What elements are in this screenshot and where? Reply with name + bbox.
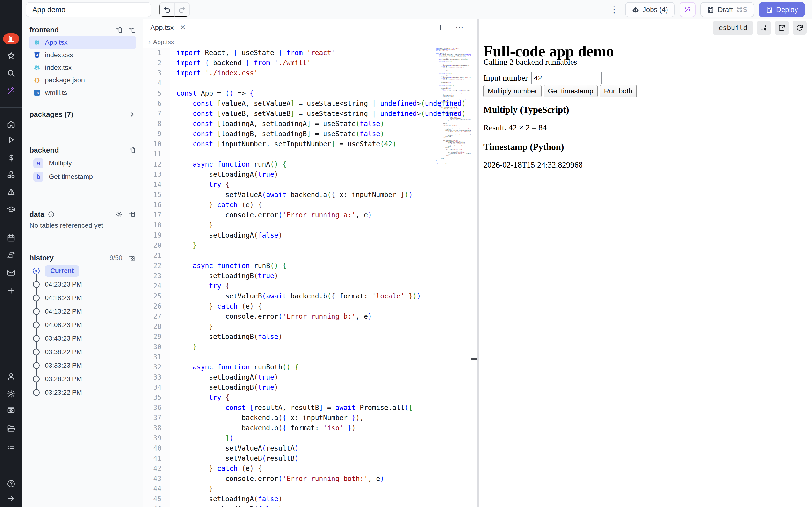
code-line[interactable]: 34 setLoadingB(true) <box>143 382 471 393</box>
file-index-css[interactable]: 3index.css <box>29 49 136 61</box>
add-frontend-file-button[interactable] <box>115 26 122 33</box>
rail-calendar-button[interactable] <box>0 229 22 247</box>
panel-resize-handle[interactable] <box>471 358 477 360</box>
code-line[interactable]: 24 try { <box>143 281 471 291</box>
code-line[interactable]: 46 setLoadingB(false) <box>143 504 471 507</box>
code-line[interactable]: 14 try { <box>143 180 471 190</box>
add-table-button[interactable] <box>129 211 135 218</box>
editor-scroll-gutter[interactable] <box>471 19 477 507</box>
rail-mail-button[interactable] <box>0 264 22 281</box>
file-wmill-ts[interactable]: TSwmill.ts <box>29 87 136 99</box>
code-line[interactable]: 44 } <box>143 484 471 494</box>
code-line[interactable]: 26 } catch (e) { <box>143 301 471 312</box>
app-title-input[interactable] <box>26 2 151 17</box>
code-line[interactable]: 29 setLoadingB(false) <box>143 332 471 342</box>
code-line[interactable]: 35 try { <box>143 393 471 403</box>
open-external-button[interactable] <box>775 21 789 35</box>
file-App-tsx[interactable]: App.tsx <box>29 36 136 49</box>
panel-divider[interactable] <box>477 19 479 507</box>
redo-button[interactable] <box>174 3 190 17</box>
split-editor-button[interactable] <box>434 20 448 35</box>
code-line[interactable]: 33 setLoadingA(true) <box>143 372 471 382</box>
history-entry[interactable]: 03:38:22 PM <box>33 345 143 359</box>
code-line[interactable]: 28 } <box>143 322 471 332</box>
run-both-button[interactable]: Run both <box>600 85 637 97</box>
tab-app-tsx[interactable]: App.tsx ✕ <box>143 19 193 36</box>
history-entry[interactable]: 04:13:22 PM <box>33 305 143 318</box>
code-line[interactable]: 30 } <box>143 342 471 352</box>
undo-button[interactable] <box>159 3 174 17</box>
rail-gear-button[interactable] <box>0 385 22 402</box>
draft-button[interactable]: Draft ⌘S <box>700 2 754 17</box>
rail-pyramid-button[interactable] <box>0 183 22 201</box>
add-snapshot-button[interactable] <box>129 255 135 261</box>
file-index-tsx[interactable]: index.tsx <box>29 61 136 74</box>
code-line[interactable]: 25 setValueB(await backend.b({ format: '… <box>143 291 471 301</box>
backend-item-get-timestamp[interactable]: bGet timestamp <box>29 170 136 183</box>
rail-list-button[interactable] <box>0 438 22 455</box>
history-current[interactable]: Current <box>33 264 143 278</box>
rail-user-button[interactable] <box>0 368 22 385</box>
code-line[interactable]: 16 } catch (e) { <box>143 200 471 210</box>
get-timestamp-button[interactable]: Get timestamp <box>544 85 598 97</box>
code-line[interactable]: 7 const [valueB, setValueB] = useState<s… <box>143 109 471 119</box>
history-entry[interactable]: 04:23:23 PM <box>33 278 143 291</box>
code-line[interactable]: 18 } <box>143 220 471 230</box>
code-line[interactable]: 20 } <box>143 240 471 250</box>
code-line[interactable]: 19 setLoadingA(false) <box>143 230 471 240</box>
input-number-field[interactable] <box>531 72 602 84</box>
code-line[interactable]: 38 backend.b({ format: 'iso' }) <box>143 423 471 433</box>
code-line[interactable]: 21 <box>143 250 471 261</box>
code-line[interactable]: 12 async function runA() { <box>143 159 471 169</box>
rail-play-button[interactable] <box>0 131 22 149</box>
history-entry[interactable]: 04:18:23 PM <box>33 291 143 305</box>
code-line[interactable]: 10 const [inputNumber, setInputNumber] =… <box>143 139 471 149</box>
code-line[interactable]: 27 console.error('Error running b:', e) <box>143 312 471 322</box>
breadcrumb-file[interactable]: App.tsx <box>153 38 174 46</box>
jobs-button[interactable]: Jobs (4) <box>625 2 675 17</box>
rail-building-button[interactable] <box>0 30 22 48</box>
info-icon[interactable] <box>48 211 55 218</box>
rail-star-button[interactable] <box>0 47 22 64</box>
code-line[interactable]: 11 <box>143 149 471 159</box>
rail-plus-button[interactable] <box>0 282 22 299</box>
expand-packages-button[interactable] <box>129 111 135 118</box>
rail-home-button[interactable] <box>0 115 22 133</box>
code-line[interactable]: 39 ]) <box>143 433 471 443</box>
minimap[interactable]: import React, { useState } from 'react'i… <box>436 48 471 165</box>
history-entry[interactable]: 03:28:23 PM <box>33 372 143 386</box>
rail-cubes-button[interactable] <box>0 166 22 183</box>
code-line[interactable]: 2import { backend } from './wmill' <box>143 58 471 68</box>
code-view[interactable]: 1import React, { useState } from 'react'… <box>143 48 471 507</box>
editor-more-button[interactable]: ⋯ <box>454 22 465 33</box>
ai-wand-button[interactable] <box>679 2 696 17</box>
add-backend-runnable-button[interactable] <box>129 147 135 154</box>
code-line[interactable]: 45 setLoadingA(false) <box>143 494 471 504</box>
rail-folder-button[interactable] <box>0 420 22 437</box>
code-line[interactable]: 8 const [loadingA, setLoadingA] = useSta… <box>143 119 471 129</box>
code-line[interactable]: 6 const [valueA, setValueA] = useState<s… <box>143 99 471 109</box>
more-menu-button[interactable]: ⋮ <box>608 5 620 14</box>
history-entry[interactable]: 03:43:23 PM <box>33 332 143 345</box>
rail-route-button[interactable] <box>0 246 22 264</box>
close-tab-button[interactable]: ✕ <box>180 24 186 31</box>
code-line[interactable]: 36 const [resultA, resultB] = await Prom… <box>143 403 471 413</box>
code-line[interactable]: 42 } catch (e) { <box>143 463 471 474</box>
code-line[interactable]: 1import React, { useState } from 'react' <box>143 48 471 58</box>
code-line[interactable]: 13 setLoadingA(true) <box>143 169 471 180</box>
history-entry[interactable]: 04:08:23 PM <box>33 318 143 332</box>
code-line[interactable]: 41 setValueB(resultB) <box>143 453 471 463</box>
bundler-button[interactable]: esbuild <box>713 21 753 35</box>
code-line[interactable]: 3import './index.css' <box>143 68 471 78</box>
history-entry[interactable]: 03:33:23 PM <box>33 359 143 372</box>
code-line[interactable]: 17 console.error('Error running a:', e) <box>143 210 471 220</box>
code-line[interactable]: 15 setValueA(await backend.a({ x: inputN… <box>143 190 471 200</box>
history-entry[interactable]: 03:23:22 PM <box>33 386 143 399</box>
rail-magic-wand-button[interactable] <box>0 82 22 100</box>
code-line[interactable]: 9 const [loadingB, setLoadingB] = useSta… <box>143 129 471 139</box>
workspace-button[interactable] <box>3 33 19 44</box>
code-line[interactable]: 5const App = () => { <box>143 89 471 99</box>
rail-graduation-cap-button[interactable] <box>0 201 22 218</box>
code-line[interactable]: 40 setValueA(resultA) <box>143 443 471 453</box>
deploy-button[interactable]: Deploy <box>759 2 805 17</box>
